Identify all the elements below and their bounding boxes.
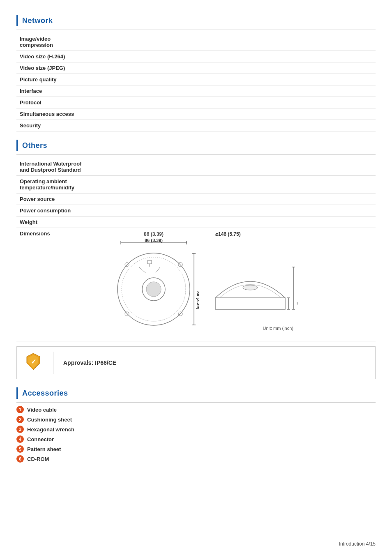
acc-num-5: 5 — [16, 445, 24, 453]
approvals-divider — [53, 352, 53, 374]
unit-label: Unit: mm (inch) — [207, 326, 293, 331]
row-label: Power source — [16, 193, 107, 205]
svg-text:94 (3.70): 94 (3.70) — [297, 302, 297, 306]
row-label: Video size (JPEG) — [16, 62, 107, 74]
network-section-bar — [16, 15, 18, 26]
row-value — [107, 216, 376, 228]
network-section-header: Network — [16, 15, 376, 28]
acc-label: CD-ROM — [27, 456, 49, 462]
acc-num-1: 1 — [16, 406, 24, 413]
row-label: Operating ambienttemperature/humidity — [16, 176, 107, 193]
svg-point-7 — [146, 282, 161, 297]
row-label: Video size (H.264) — [16, 51, 107, 62]
table-row: Simultaneous access — [16, 108, 376, 120]
row-value — [107, 62, 376, 74]
row-label: Interface — [16, 85, 107, 97]
row-label: Image/videocompression — [16, 33, 107, 51]
table-row: Image/videocompression — [16, 33, 376, 51]
table-row: Video size (H.264) — [16, 51, 376, 62]
accessories-divider — [16, 402, 376, 403]
row-value — [107, 74, 376, 85]
diameter-label: ⌀146 (5.75) — [215, 231, 241, 237]
svg-rect-20 — [215, 298, 285, 309]
row-label: Protocol — [16, 97, 107, 108]
row-value — [107, 85, 376, 97]
list-item: 6 CD-ROM — [16, 455, 376, 463]
table-row: International Waterproofand Dustproof St… — [16, 158, 376, 176]
page-number: Introduction 4/15 — [339, 541, 376, 547]
acc-label: Cushioning sheet — [27, 417, 72, 423]
others-section-header: Others — [16, 140, 376, 153]
approval-icon: ✓ — [23, 352, 43, 371]
row-label: Picture quality — [16, 74, 107, 85]
table-row: Picture quality — [16, 74, 376, 85]
approvals-box: ✓ Approvals: IP66/CE — [16, 346, 376, 379]
table-row: Power consumption — [16, 205, 376, 216]
acc-num-2: 2 — [16, 416, 24, 423]
acc-label: Connector — [27, 436, 54, 442]
dimensions-row: Dimensions 86 (3.39) — [16, 228, 376, 341]
row-value — [107, 120, 376, 131]
others-section-bar — [16, 140, 18, 151]
row-value — [107, 108, 376, 120]
accessories-list: 1 Video cable 2 Cushioning sheet 3 Hexag… — [16, 406, 376, 463]
acc-label: Video cable — [27, 407, 57, 413]
svg-text:86 (3.39): 86 (3.39) — [145, 238, 163, 243]
front-view-svg: 86 (3.39) — [108, 238, 199, 336]
svg-text:86 (3.39): 86 (3.39) — [196, 291, 199, 309]
table-row: Power source — [16, 193, 376, 205]
others-table: International Waterproofand Dustproof St… — [16, 158, 376, 341]
acc-label: Hexagonal wrench — [27, 426, 74, 433]
table-row: Operating ambienttemperature/humidity — [16, 176, 376, 193]
row-label: Security — [16, 120, 107, 131]
accessories-section-title: Accessories — [22, 389, 68, 398]
list-item: 3 Hexagonal wrench — [16, 426, 376, 433]
row-label: Dimensions — [16, 228, 107, 341]
row-value — [107, 158, 376, 176]
row-label: Simultaneous access — [16, 108, 107, 120]
svg-text:✓: ✓ — [31, 358, 36, 365]
list-item: 2 Cushioning sheet — [16, 416, 376, 423]
accessories-section-bar — [16, 387, 18, 399]
others-divider — [16, 154, 376, 155]
svg-line-14 — [139, 267, 145, 273]
table-row: Video size (JPEG) — [16, 62, 376, 74]
row-value — [107, 33, 376, 51]
acc-num-3: 3 — [16, 426, 24, 433]
others-section-title: Others — [22, 141, 47, 150]
network-section-title: Network — [22, 16, 53, 25]
table-row: Interface — [16, 85, 376, 97]
row-label: Power consumption — [16, 205, 107, 216]
approvals-text: Approvals: IP66/CE — [63, 359, 116, 366]
row-label: Weight — [16, 216, 107, 228]
acc-label: Pattern sheet — [27, 446, 61, 452]
dimensions-diagram-cell: 86 (3.39) 86 (3.39) — [107, 228, 376, 341]
table-row: Protocol — [16, 97, 376, 108]
row-value — [107, 205, 376, 216]
list-item: 4 Connector — [16, 435, 376, 443]
row-value — [107, 176, 376, 193]
svg-line-15 — [156, 267, 160, 273]
row-label: International Waterproofand Dustproof St… — [16, 158, 107, 176]
accessories-section-header: Accessories — [16, 387, 376, 401]
network-table: Image/videocompression Video size (H.264… — [16, 33, 376, 131]
side-view-svg: 94 (3.70) — [207, 240, 297, 322]
width-dimension-label: 86 (3.39) — [144, 231, 164, 237]
row-value — [107, 97, 376, 108]
list-item: 5 Pattern sheet — [16, 445, 376, 453]
row-value — [107, 193, 376, 205]
network-divider — [16, 30, 376, 30]
acc-num-4: 4 — [16, 435, 24, 443]
table-row: Weight — [16, 216, 376, 228]
svg-point-21 — [243, 285, 258, 290]
svg-rect-12 — [148, 260, 152, 264]
list-item: 1 Video cable — [16, 406, 376, 413]
acc-num-6: 6 — [16, 455, 24, 463]
row-value — [107, 51, 376, 62]
table-row: Security — [16, 120, 376, 131]
